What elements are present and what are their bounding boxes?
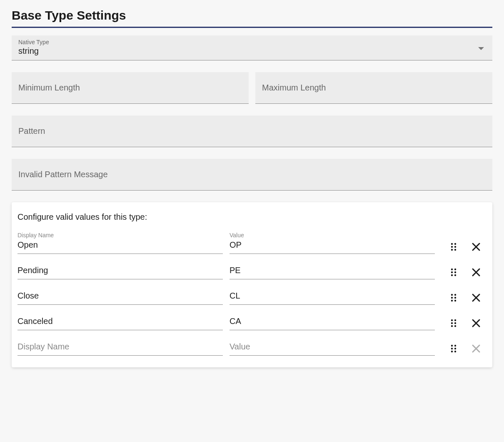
invalid-pattern-message-placeholder: Invalid Pattern Message	[18, 170, 108, 179]
row-actions	[442, 292, 487, 305]
display-name-value: Close	[17, 291, 223, 302]
svg-point-1	[454, 243, 456, 245]
svg-point-9	[454, 271, 456, 273]
drag-handle-icon[interactable]	[448, 318, 459, 329]
svg-point-26	[451, 348, 453, 349]
drag-handle-icon[interactable]	[448, 241, 459, 252]
drag-handle-icon[interactable]	[448, 292, 459, 303]
svg-point-27	[454, 348, 456, 349]
display-name-value: Pending	[17, 266, 223, 276]
svg-point-20	[451, 322, 453, 324]
display-name-label: Display Name	[17, 232, 223, 239]
maximum-length-placeholder: Maximum Length	[262, 83, 326, 92]
svg-point-3	[454, 246, 456, 248]
svg-point-25	[454, 345, 456, 347]
svg-point-10	[451, 274, 453, 276]
drag-handle-icon[interactable]	[448, 343, 459, 354]
native-type-label: Native Type	[18, 39, 486, 45]
svg-point-4	[451, 249, 453, 251]
native-type-value: string	[18, 46, 39, 55]
value-field[interactable]: Value	[230, 342, 435, 356]
valid-values-card: Configure valid values for this type: Di…	[12, 202, 492, 367]
svg-point-28	[451, 351, 453, 352]
value-placeholder: Value	[230, 342, 435, 353]
svg-point-16	[451, 300, 453, 301]
minimum-length-field[interactable]: Minimum Length	[12, 72, 249, 104]
remove-row-icon	[471, 343, 482, 354]
svg-point-6	[451, 269, 453, 270]
remove-row-icon[interactable]	[471, 267, 482, 278]
valid-values-heading: Configure valid values for this type:	[17, 212, 487, 222]
display-name-field[interactable]: Display Name	[17, 342, 223, 356]
valid-value-row: PendingPE	[17, 266, 487, 279]
remove-row-icon[interactable]	[471, 241, 482, 252]
svg-point-5	[454, 249, 456, 251]
value-field[interactable]: ValueOP	[230, 232, 435, 254]
value-value: OP	[230, 240, 435, 251]
value-field[interactable]: CA	[230, 316, 435, 330]
svg-point-23	[454, 325, 456, 327]
svg-point-19	[454, 319, 456, 321]
row-actions	[442, 241, 487, 254]
page-title: Base Type Settings	[12, 8, 492, 28]
drag-handle-icon[interactable]	[448, 267, 459, 278]
row-actions	[442, 267, 487, 279]
svg-point-18	[451, 319, 453, 321]
display-name-value: Canceled	[17, 316, 223, 327]
svg-point-17	[454, 300, 456, 301]
svg-point-29	[454, 351, 456, 352]
display-name-field[interactable]: Pending	[17, 266, 223, 279]
svg-point-2	[451, 246, 453, 248]
native-type-select[interactable]: Native Type string	[12, 35, 492, 60]
minimum-length-placeholder: Minimum Length	[18, 83, 80, 92]
svg-point-12	[451, 294, 453, 296]
svg-point-22	[451, 325, 453, 327]
svg-point-8	[451, 271, 453, 273]
display-name-placeholder: Display Name	[17, 342, 223, 353]
maximum-length-field[interactable]: Maximum Length	[255, 72, 492, 104]
value-field[interactable]: CL	[230, 291, 435, 305]
display-name-field[interactable]: Canceled	[17, 316, 223, 330]
svg-point-7	[454, 269, 456, 270]
svg-point-0	[451, 243, 453, 245]
pattern-placeholder: Pattern	[18, 126, 45, 136]
remove-row-icon[interactable]	[471, 292, 482, 303]
svg-point-13	[454, 294, 456, 296]
display-name-field[interactable]: Display NameOpen	[17, 232, 223, 254]
value-value: CL	[230, 291, 435, 302]
invalid-pattern-message-field[interactable]: Invalid Pattern Message	[12, 159, 492, 191]
svg-point-24	[451, 345, 453, 347]
valid-value-row: Display NameOpenValueOP	[17, 232, 487, 254]
valid-value-row-new: Display NameValue	[17, 342, 487, 356]
display-name-value: Open	[17, 240, 223, 251]
chevron-down-icon	[478, 44, 484, 52]
pattern-field[interactable]: Pattern	[12, 116, 492, 147]
valid-value-row: CloseCL	[17, 291, 487, 305]
svg-point-11	[454, 274, 456, 276]
value-value: CA	[230, 316, 435, 327]
row-actions	[442, 343, 487, 356]
display-name-field[interactable]: Close	[17, 291, 223, 305]
valid-value-row: CanceledCA	[17, 316, 487, 330]
svg-point-14	[451, 297, 453, 299]
svg-point-21	[454, 322, 456, 324]
value-value: PE	[230, 266, 435, 276]
row-actions	[442, 318, 487, 330]
value-label: Value	[230, 232, 435, 239]
svg-point-15	[454, 297, 456, 299]
remove-row-icon[interactable]	[471, 318, 482, 329]
value-field[interactable]: PE	[230, 266, 435, 279]
